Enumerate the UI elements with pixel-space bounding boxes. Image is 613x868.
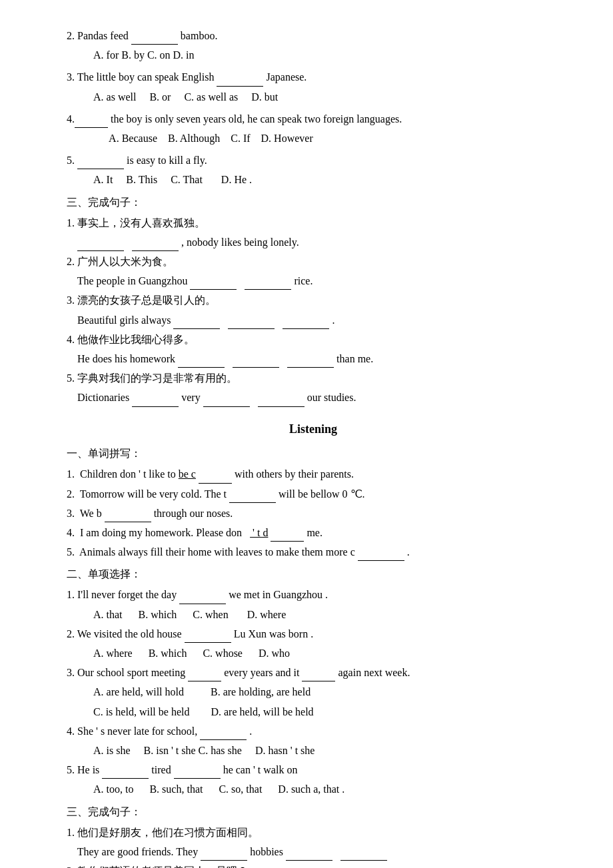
cq1-english: , nobody likes being lonely. xyxy=(67,233,560,251)
cq4-english: He does his homework than me. xyxy=(67,350,560,368)
lp1-q3-blank[interactable] xyxy=(105,510,151,522)
q2-after: bamboo. xyxy=(181,30,218,41)
lp3-q1: 1. 他们是好朋友，他们在习惯方面相同。 They are good frien… xyxy=(67,823,560,861)
lp2-q5-blank1[interactable] xyxy=(102,767,149,779)
lp2-q4-blank[interactable] xyxy=(200,728,247,740)
q2-options: A. for B. by C. on D. in xyxy=(67,46,560,64)
listening-part2: 二、单项选择： 1. I'll never forget the day we … xyxy=(67,565,560,798)
complete-q2: 2. 广州人以大米为食。 The people in Guangzhou ric… xyxy=(67,252,560,290)
cq1-chinese: 1. 事实上，没有人喜欢孤独。 xyxy=(67,214,560,232)
lp1-q5-blank[interactable] xyxy=(358,549,404,561)
listening-section-title: Listening xyxy=(67,419,560,440)
lp2-q1: 1. I'll never forget the day we met in G… xyxy=(67,586,560,623)
cq5-blank1[interactable] xyxy=(132,395,179,407)
q3-before: The little boy can speak English xyxy=(77,71,217,83)
cq3-blank3[interactable] xyxy=(283,317,329,329)
question-4: 4. the boy is only seven years old, he c… xyxy=(67,110,560,147)
listening-part3-title: 三、完成句子： xyxy=(67,803,560,821)
lp1-q1: 1. Children don ' t like to be c with ot… xyxy=(67,465,560,483)
lp2-q2: 2. We visited the old house Lu Xun was b… xyxy=(67,625,560,662)
lp1-q4: 4. I am doing my homework. Please don ' … xyxy=(67,524,560,542)
q4-num: 4. xyxy=(67,113,75,125)
lp1-q3: 3. We b through our noses. xyxy=(67,504,560,522)
q5-options: A. It B. This C. That D. He . xyxy=(67,171,560,189)
complete-q4: 4. 他做作业比我细心得多。 He does his homework than… xyxy=(67,330,560,368)
q5-num: 5. xyxy=(67,155,77,166)
lp1-q2: 2. Tomorrow will be very cold. The t wil… xyxy=(67,485,560,503)
lp3-q2: 2. 教你们英语的老师是美国人，是吧？ The teacher you Engl… xyxy=(67,862,560,868)
lp3-q1-blank2[interactable] xyxy=(286,849,332,861)
lp1-q5: 5. Animals always fill their home with l… xyxy=(67,543,560,561)
q4-after: the boy is only seven years old, he can … xyxy=(111,113,402,125)
q3-num: 3. xyxy=(67,71,75,83)
q5-text: 5. is easy to kill a fly. xyxy=(67,151,560,169)
q5-after: is easy to kill a fly. xyxy=(127,155,207,166)
q5-blank[interactable] xyxy=(77,157,124,169)
q3-after: Japanese. xyxy=(266,71,306,83)
listening-part2-title: 二、单项选择： xyxy=(67,565,560,583)
complete-q5: 5. 字典对我们的学习是非常有用的。 Dictionaries very our… xyxy=(67,369,560,406)
listening-part3: 三、完成句子： 1. 他们是好朋友，他们在习惯方面相同。 They are go… xyxy=(67,803,560,868)
lp2-q4: 4. She ' s never late for school, . A. i… xyxy=(67,722,560,759)
cq5-english: Dictionaries very our studies. xyxy=(67,388,560,406)
cq4-blank1[interactable] xyxy=(178,356,225,368)
listening-part1-title: 一、单词拼写： xyxy=(67,444,560,462)
q3-text: 3. The little boy can speak English Japa… xyxy=(67,68,560,86)
q3-options: A. as well B. or C. as well as D. but xyxy=(67,88,560,106)
lp1-q1-blank[interactable] xyxy=(199,472,232,484)
cq5-chinese: 5. 字典对我们的学习是非常有用的。 xyxy=(67,369,560,387)
lp1-q2-blank[interactable] xyxy=(229,491,276,503)
lp3-q1-english: They are good friends. They hobbies xyxy=(67,843,560,861)
cq3-chinese: 3. 漂亮的女孩子总是吸引人的。 xyxy=(67,291,560,309)
cq2-blank1[interactable] xyxy=(190,278,237,290)
cq4-chinese: 4. 他做作业比我细心得多。 xyxy=(67,330,560,348)
part2-section: 三、完成句子： 1. 事实上，没有人喜欢孤独。 , nobody likes b… xyxy=(67,193,560,407)
listening-part1: 一、单词拼写： 1. Children don ' t like to be c… xyxy=(67,444,560,561)
q4-text: 4. the boy is only seven years old, he c… xyxy=(67,110,560,128)
question-3: 3. The little boy can speak English Japa… xyxy=(67,68,560,105)
part2-title: 三、完成句子： xyxy=(67,193,560,211)
cq3-blank2[interactable] xyxy=(228,317,275,329)
lp2-q3-blank1[interactable] xyxy=(188,669,221,681)
lp2-q5-blank2[interactable] xyxy=(174,767,221,779)
cq1-blank2[interactable] xyxy=(132,239,179,251)
cq2-english: The people in Guangzhou rice. xyxy=(67,272,560,290)
cq3-english: Beautiful girls always . xyxy=(67,311,560,329)
complete-q3: 3. 漂亮的女孩子总是吸引人的。 Beautiful girls always … xyxy=(67,291,560,328)
cq5-blank3[interactable] xyxy=(258,395,305,407)
q2-before: Pandas feed xyxy=(77,30,131,41)
lp3-q1-blank3[interactable] xyxy=(340,849,387,861)
lp3-q1-blank1[interactable] xyxy=(201,849,247,861)
q4-blank[interactable] xyxy=(75,116,108,128)
q2-blank[interactable] xyxy=(131,33,178,45)
cq2-chinese: 2. 广州人以大米为食。 xyxy=(67,252,560,270)
question-2: 2. Pandas feed bamboo. A. for B. by C. o… xyxy=(67,27,560,64)
lp2-q5: 5. He is tired he can ' t walk on A. too… xyxy=(67,761,560,798)
lp2-q3-blank2[interactable] xyxy=(302,669,335,681)
question-5: 5. is easy to kill a fly. A. It B. This … xyxy=(67,151,560,189)
lp1-q4-blank[interactable] xyxy=(271,530,304,542)
lp3-q1-chinese: 1. 他们是好朋友，他们在习惯方面相同。 xyxy=(67,823,560,841)
cq3-blank1[interactable] xyxy=(173,317,220,329)
lp2-q2-blank[interactable] xyxy=(185,631,231,643)
listening-title: Listening xyxy=(67,419,560,440)
cq4-blank2[interactable] xyxy=(233,356,279,368)
cq2-blank2[interactable] xyxy=(245,278,291,290)
lp2-q3: 3. Our school sport meeting every years … xyxy=(67,663,560,721)
complete-q1: 1. 事实上，没有人喜欢孤独。 , nobody likes being lon… xyxy=(67,214,560,251)
q2-text: 2. Pandas feed bamboo. xyxy=(67,27,560,45)
lp3-q2-chinese: 2. 教你们英语的老师是美国人，是吧？ xyxy=(67,862,560,868)
q3-blank[interactable] xyxy=(217,75,263,87)
cq4-blank3[interactable] xyxy=(287,356,334,368)
cq1-blank1[interactable] xyxy=(77,239,124,251)
q4-options: A. Because B. Although C. If D. However xyxy=(67,129,560,147)
q2-num: 2. xyxy=(67,30,75,41)
cq5-blank2[interactable] xyxy=(203,395,250,407)
lp2-q1-blank[interactable] xyxy=(179,592,226,604)
